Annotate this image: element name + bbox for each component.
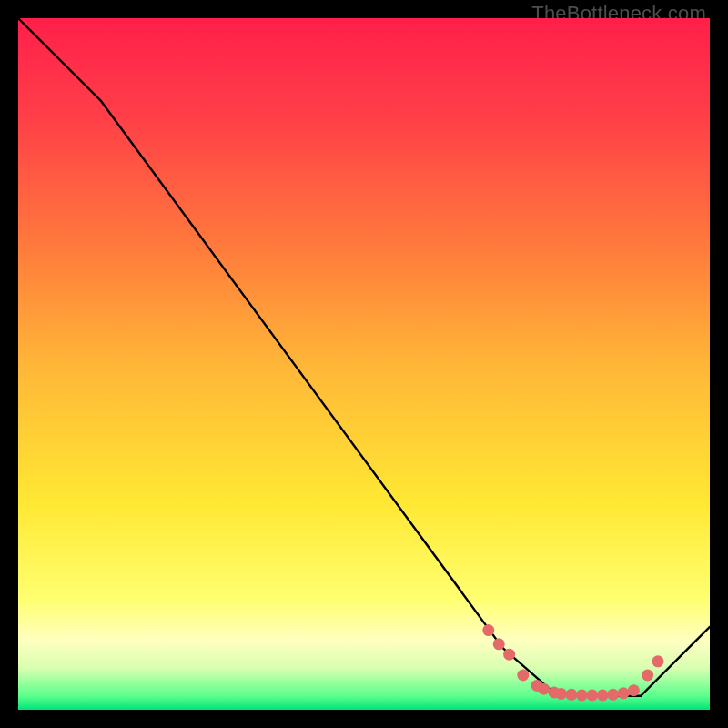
highlight-marker <box>503 649 515 661</box>
highlight-marker <box>566 689 578 701</box>
highlight-marker <box>576 690 588 702</box>
highlight-marker <box>586 690 598 702</box>
highlight-marker <box>652 655 664 667</box>
bottleneck-curve-line <box>18 18 710 696</box>
highlight-marker <box>607 689 619 701</box>
highlight-marker <box>517 670 529 682</box>
highlight-marker <box>555 688 567 700</box>
chart-overlay <box>18 18 710 710</box>
highlight-marker <box>618 687 630 699</box>
highlight-marker <box>493 638 505 650</box>
highlight-marker <box>538 683 550 695</box>
highlight-marker <box>482 624 494 636</box>
highlight-marker-group <box>482 624 663 701</box>
chart-frame: TheBottleneck.com <box>0 0 728 728</box>
highlight-marker <box>597 690 609 702</box>
highlight-marker <box>628 684 640 696</box>
gradient-plot-area <box>18 18 710 710</box>
highlight-marker <box>642 670 653 682</box>
